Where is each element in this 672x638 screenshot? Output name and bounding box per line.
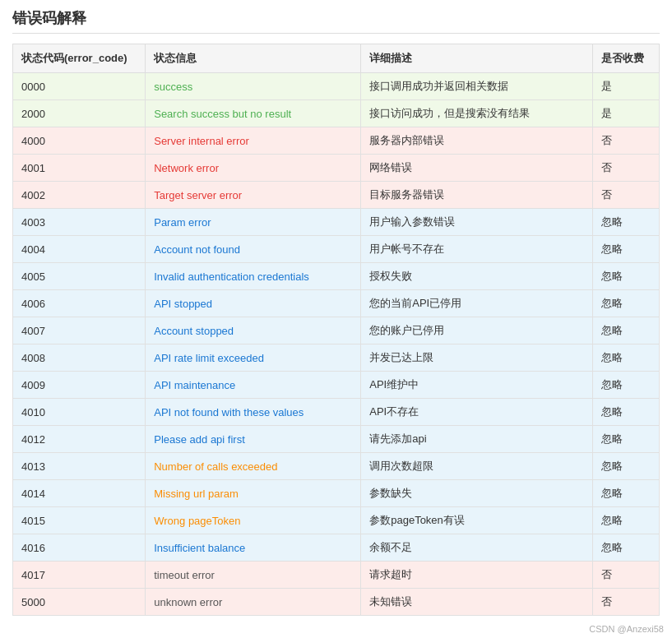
cell-fee: 否 xyxy=(593,155,660,182)
cell-code: 4005 xyxy=(13,263,146,290)
cell-code: 4009 xyxy=(13,372,146,399)
cell-code: 4015 xyxy=(13,507,146,534)
cell-fee: 忽略 xyxy=(593,399,660,426)
table-row: 4004Account not found用户帐号不存在忽略 xyxy=(13,236,660,263)
cell-status: API maintenance xyxy=(146,372,361,399)
header-status: 状态信息 xyxy=(146,44,361,73)
cell-fee: 忽略 xyxy=(593,480,660,507)
table-row: 4017timeout error请求超时否 xyxy=(13,562,660,589)
cell-desc: 未知错误 xyxy=(361,589,593,616)
cell-status: Please add api first xyxy=(146,426,361,453)
table-row: 4014Missing url param参数缺失忽略 xyxy=(13,480,660,507)
table-row: 4006API stopped您的当前API已停用忽略 xyxy=(13,290,660,317)
cell-status: Param error xyxy=(146,209,361,236)
cell-status: Network error xyxy=(146,155,361,182)
cell-code: 2000 xyxy=(13,100,146,127)
cell-fee: 忽略 xyxy=(593,344,660,372)
header-desc: 详细描述 xyxy=(361,44,593,73)
table-row: 4005Invalid authentication credentials授权… xyxy=(13,263,660,290)
cell-desc: 调用次数超限 xyxy=(361,453,593,480)
cell-desc: 接口访问成功，但是搜索没有结果 xyxy=(361,100,593,127)
table-row: 4001Network error网络错误否 xyxy=(13,155,660,182)
cell-fee: 是 xyxy=(593,100,660,127)
cell-code: 4012 xyxy=(13,426,146,453)
cell-fee: 否 xyxy=(593,182,660,209)
cell-desc: API维护中 xyxy=(361,372,593,399)
cell-desc: 请求超时 xyxy=(361,562,593,589)
cell-fee: 忽略 xyxy=(593,290,660,317)
cell-fee: 忽略 xyxy=(593,317,660,344)
cell-status: Target server error xyxy=(146,182,361,209)
cell-status: Server internal error xyxy=(146,127,361,155)
cell-desc: 接口调用成功并返回相关数据 xyxy=(361,73,593,100)
cell-code: 4000 xyxy=(13,127,146,155)
header-code: 状态代码(error_code) xyxy=(13,44,146,73)
cell-status: Missing url param xyxy=(146,480,361,507)
cell-fee: 忽略 xyxy=(593,426,660,453)
cell-desc: 并发已达上限 xyxy=(361,344,593,372)
cell-status: Insufficient balance xyxy=(146,534,361,562)
cell-fee: 是 xyxy=(593,73,660,100)
cell-status: Number of calls exceeded xyxy=(146,453,361,480)
cell-fee: 忽略 xyxy=(593,236,660,263)
table-row: 4012Please add api first请先添加api忽略 xyxy=(13,426,660,453)
page-container: 错误码解释 状态代码(error_code) 状态信息 详细描述 是否收费 00… xyxy=(0,0,672,624)
cell-code: 4006 xyxy=(13,290,146,317)
cell-status: Account stopped xyxy=(146,317,361,344)
table-row: 4003Param error用户输入参数错误忽略 xyxy=(13,209,660,236)
table-header-row: 状态代码(error_code) 状态信息 详细描述 是否收费 xyxy=(13,44,660,73)
cell-desc: 请先添加api xyxy=(361,426,593,453)
cell-code: 4016 xyxy=(13,534,146,562)
cell-desc: 服务器内部错误 xyxy=(361,127,593,155)
table-row: 4007Account stopped您的账户已停用忽略 xyxy=(13,317,660,344)
error-table: 状态代码(error_code) 状态信息 详细描述 是否收费 0000succ… xyxy=(12,44,660,616)
cell-code: 4017 xyxy=(13,562,146,589)
cell-code: 4010 xyxy=(13,399,146,426)
cell-code: 4008 xyxy=(13,344,146,372)
cell-desc: 网络错误 xyxy=(361,155,593,182)
table-row: 4002Target server error目标服务器错误否 xyxy=(13,182,660,209)
table-row: 4009API maintenanceAPI维护中忽略 xyxy=(13,372,660,399)
cell-code: 5000 xyxy=(13,589,146,616)
table-row: 2000Search success but no result接口访问成功，但… xyxy=(13,100,660,127)
cell-desc: 您的账户已停用 xyxy=(361,317,593,344)
cell-fee: 忽略 xyxy=(593,534,660,562)
cell-fee: 否 xyxy=(593,589,660,616)
cell-status: Invalid authentication credentials xyxy=(146,263,361,290)
table-row: 4016Insufficient balance余额不足忽略 xyxy=(13,534,660,562)
cell-code: 4013 xyxy=(13,453,146,480)
cell-code: 4001 xyxy=(13,155,146,182)
cell-fee: 否 xyxy=(593,562,660,589)
cell-code: 4002 xyxy=(13,182,146,209)
cell-desc: 用户输入参数错误 xyxy=(361,209,593,236)
cell-status: timeout error xyxy=(146,562,361,589)
page-title: 错误码解释 xyxy=(12,8,660,34)
cell-desc: API不存在 xyxy=(361,399,593,426)
cell-status: API rate limit exceeded xyxy=(146,344,361,372)
cell-fee: 否 xyxy=(593,127,660,155)
cell-fee: 忽略 xyxy=(593,507,660,534)
cell-desc: 授权失败 xyxy=(361,263,593,290)
cell-status: API stopped xyxy=(146,290,361,317)
cell-desc: 您的当前API已停用 xyxy=(361,290,593,317)
table-row: 0000success接口调用成功并返回相关数据是 xyxy=(13,73,660,100)
table-row: 5000unknown error未知错误否 xyxy=(13,589,660,616)
table-row: 4013Number of calls exceeded调用次数超限忽略 xyxy=(13,453,660,480)
cell-desc: 用户帐号不存在 xyxy=(361,236,593,263)
cell-code: 4003 xyxy=(13,209,146,236)
cell-fee: 忽略 xyxy=(593,209,660,236)
cell-status: unknown error xyxy=(146,589,361,616)
cell-code: 4014 xyxy=(13,480,146,507)
cell-desc: 目标服务器错误 xyxy=(361,182,593,209)
table-row: 4010API not found with these valuesAPI不存… xyxy=(13,399,660,426)
header-fee: 是否收费 xyxy=(593,44,660,73)
cell-status: Search success but no result xyxy=(146,100,361,127)
table-row: 4015Wrong pageToken参数pageToken有误忽略 xyxy=(13,507,660,534)
cell-code: 0000 xyxy=(13,73,146,100)
cell-fee: 忽略 xyxy=(593,453,660,480)
cell-fee: 忽略 xyxy=(593,263,660,290)
table-row: 4008API rate limit exceeded并发已达上限忽略 xyxy=(13,344,660,372)
cell-code: 4004 xyxy=(13,236,146,263)
cell-status: Account not found xyxy=(146,236,361,263)
cell-desc: 参数缺失 xyxy=(361,480,593,507)
